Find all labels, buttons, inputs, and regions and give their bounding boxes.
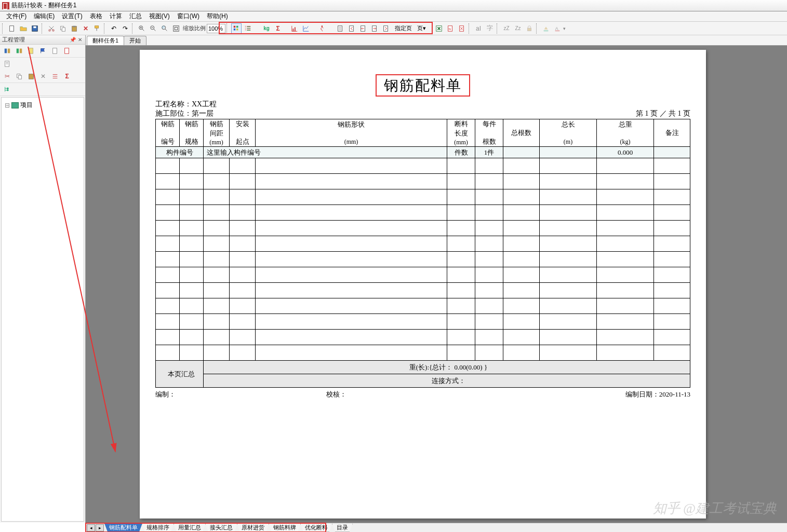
tool-page-next-icon[interactable] [369, 23, 380, 34]
menu-edit[interactable]: 编辑(E) [31, 11, 58, 22]
menu-window[interactable]: 窗口(W) [174, 11, 203, 22]
sb-list-icon[interactable] [50, 72, 60, 81]
table-row[interactable] [156, 252, 690, 267]
table-row[interactable] [156, 158, 690, 174]
cell-e1[interactable] [503, 147, 540, 158]
tab-nav-prev-icon[interactable]: ▸ [96, 524, 104, 531]
menu-table[interactable]: 表格 [87, 11, 105, 22]
project-tree[interactable]: ⊟ 项目 [1, 97, 84, 522]
format-painter-icon[interactable] [92, 23, 102, 34]
tool-chart1-icon[interactable] [289, 23, 300, 34]
svg-rect-20 [293, 29, 294, 31]
sb-icon-5[interactable] [50, 46, 60, 56]
sb-paste-icon[interactable] [26, 72, 36, 81]
tool-kg-icon[interactable]: kg [261, 23, 272, 34]
menu-calc[interactable]: 计算 [106, 11, 125, 22]
table-row[interactable] [156, 283, 690, 298]
excel-icon[interactable] [434, 23, 444, 34]
sb-sigma-icon[interactable]: Σ [62, 72, 72, 81]
tool-page-last-icon[interactable] [381, 23, 391, 34]
sheet-tab-liaopai[interactable]: 钢筋料牌 [269, 524, 301, 532]
table-row[interactable] [156, 205, 690, 221]
tree-toggle-icon[interactable]: ⊟ [5, 102, 10, 109]
sb-branch-icon[interactable] [3, 85, 12, 94]
close-panel-icon[interactable]: ✕ [77, 37, 83, 43]
tool-color-a-icon[interactable] [231, 23, 242, 34]
tool-sum-icon[interactable]: Σ [273, 23, 283, 34]
redo-icon[interactable]: ↷ [120, 23, 130, 34]
sheet-tab-mulu[interactable]: 目录 [332, 524, 353, 532]
paste-icon[interactable] [69, 23, 79, 34]
new-icon[interactable] [7, 23, 17, 34]
menu-help[interactable]: 帮助(H) [204, 11, 231, 22]
svg-rect-21 [295, 27, 296, 31]
cell-e2[interactable] [540, 147, 597, 158]
open-icon[interactable] [18, 23, 29, 34]
sb-copy-icon[interactable] [15, 72, 24, 81]
table-row[interactable] [156, 345, 690, 361]
project-name-label: 工程名称：XX工程 [155, 100, 217, 109]
tool-page-prev-icon[interactable] [358, 23, 368, 34]
cut-icon[interactable] [46, 23, 57, 34]
save-icon[interactable] [30, 23, 40, 34]
zoom-input[interactable] [207, 24, 225, 33]
component-row[interactable]: 构件编号 这里输入构件编号 件数 1件 0.000 [156, 147, 690, 158]
copy-icon[interactable] [58, 23, 68, 34]
sheet-tab-peiliao[interactable]: 钢筋配料单 [104, 524, 142, 532]
sb-icon-4[interactable] [38, 46, 48, 56]
export2-icon[interactable] [457, 23, 467, 34]
table-row[interactable] [156, 314, 690, 330]
tool-chart2-icon[interactable] [301, 23, 311, 34]
tab-task1[interactable]: 翻样任务1 [87, 36, 124, 45]
table-row[interactable] [156, 174, 690, 189]
sb-icon-3[interactable] [26, 46, 36, 56]
sb-icon-6[interactable] [62, 46, 72, 56]
tool-page1-icon[interactable] [335, 23, 345, 34]
sheet-tab-yongliang[interactable]: 用量汇总 [174, 524, 206, 532]
menu-settings[interactable]: 设置(T) [59, 11, 85, 22]
table-row[interactable] [156, 236, 690, 252]
menu-file[interactable]: 文件(F) [3, 11, 30, 22]
sheet-tab-youhua[interactable]: 优化断料 [300, 524, 332, 532]
tool-runner-icon[interactable] [316, 23, 327, 34]
zoom-fit-icon[interactable] [171, 23, 181, 34]
tool-list-icon[interactable] [243, 23, 253, 34]
zoom-out-icon[interactable] [148, 23, 158, 34]
sheet-tab-yuancai[interactable]: 原材进货 [237, 524, 269, 532]
sheet-tab-jietou[interactable]: 接头汇总 [205, 524, 237, 532]
zoom-in-icon[interactable] [137, 23, 147, 34]
pin-icon[interactable]: 📌 [70, 37, 76, 43]
delete-icon[interactable]: ✕ [81, 23, 91, 34]
rebar-table[interactable]: 钢筋编号 钢筋规格 钢筋间距(mm) 安装起点 钢筋形状(mm) 断料长度(mm… [155, 119, 690, 388]
svg-rect-8 [73, 25, 75, 27]
export1-icon[interactable]: N [445, 23, 456, 34]
sheet-tab-guige[interactable]: 规格排序 [142, 524, 174, 532]
undo-icon[interactable]: ↶ [109, 23, 119, 34]
sb-delete-icon[interactable]: ✕ [38, 72, 48, 81]
tab-start[interactable]: 开始 [124, 36, 146, 45]
table-row[interactable] [156, 221, 690, 236]
cell-pieces-value[interactable]: 1件 [475, 147, 503, 158]
tree-item-project[interactable]: ⊟ 项目 [5, 100, 81, 111]
table-row[interactable] [156, 267, 690, 283]
tab-nav-first-icon[interactable]: ◂ [87, 524, 95, 531]
document-canvas[interactable]: 钢筋配料单 工程名称：XX工程 施工部位：第一层 第 1 页 ／ 共 1 页 钢… [86, 46, 787, 523]
sidebar-toolbar-2: ✂ ✕ Σ [0, 70, 85, 83]
sb-icon-2[interactable] [15, 46, 24, 56]
table-row[interactable] [156, 189, 690, 205]
menu-view[interactable]: 视图(V) [146, 11, 173, 22]
cell-component-input[interactable]: 这里输入构件编号 [204, 147, 447, 158]
zoom-region-icon[interactable] [159, 23, 170, 34]
table-row[interactable] [156, 330, 690, 345]
menu-summary[interactable]: 汇总 [126, 11, 145, 22]
sb-icon-7[interactable] [3, 59, 12, 69]
svg-rect-0 [10, 25, 14, 31]
goto-page-button[interactable]: 指定页 [392, 23, 415, 34]
table-row[interactable] [156, 298, 690, 314]
cell-weight-value[interactable]: 0.000 [597, 147, 654, 158]
sb-icon-1[interactable] [3, 46, 12, 56]
cell-e3[interactable] [654, 147, 690, 158]
sb-cut-icon[interactable]: ✂ [3, 72, 12, 81]
tool-page-first-icon[interactable] [346, 23, 357, 34]
page-dropdown[interactable]: 页 ▾ [416, 23, 428, 34]
